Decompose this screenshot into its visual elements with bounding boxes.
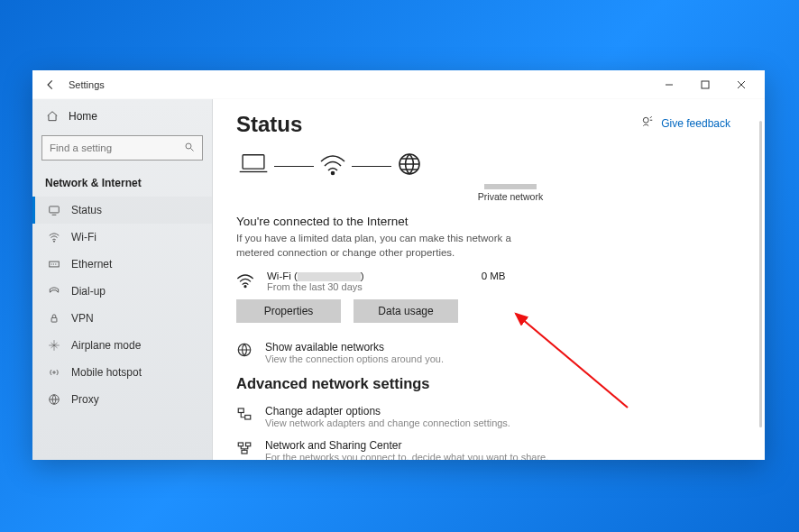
titlebar: Settings xyxy=(32,70,765,99)
change-adapter-options-link[interactable]: Change adapter options View network adap… xyxy=(236,405,720,428)
back-button[interactable] xyxy=(38,78,63,91)
content-area: Give feedback Status xyxy=(213,99,765,460)
sidebar-group-header: Network & Internet xyxy=(32,171,212,197)
private-network-label: Private network xyxy=(301,184,720,202)
properties-button[interactable]: Properties xyxy=(236,299,341,323)
svg-point-15 xyxy=(244,286,246,288)
laptop-icon xyxy=(238,151,269,180)
svg-line-3 xyxy=(191,149,194,151)
data-usage-button[interactable]: Data usage xyxy=(354,299,458,323)
svg-rect-18 xyxy=(245,416,251,420)
minimize-button[interactable] xyxy=(651,70,687,99)
home-label: Home xyxy=(69,110,97,123)
svg-point-9 xyxy=(53,371,55,373)
svg-point-6 xyxy=(53,241,54,242)
sidebar-item-label: Proxy xyxy=(71,393,99,406)
link-description: View the connection options around you. xyxy=(265,353,444,364)
sidebar-item-label: Airplane mode xyxy=(71,339,141,352)
adapter-icon xyxy=(236,405,254,428)
dialup-icon xyxy=(46,285,62,298)
globe-icon xyxy=(397,151,422,180)
hotspot-icon xyxy=(46,366,62,379)
sidebar-item-hotspot[interactable]: Mobile hotspot xyxy=(32,359,212,386)
link-description: View network adapters and change connect… xyxy=(265,417,510,428)
wifi-name-suffix: ) xyxy=(361,271,364,281)
show-available-networks-link[interactable]: Show available networks View the connect… xyxy=(236,341,720,364)
sidebar-item-label: Ethernet xyxy=(71,258,112,271)
wifi-name-prefix: Wi-Fi ( xyxy=(267,271,298,281)
sidebar-item-ethernet[interactable]: Ethernet xyxy=(32,251,212,278)
svg-rect-8 xyxy=(51,317,57,322)
link-title: Show available networks xyxy=(265,341,444,353)
wifi-icon xyxy=(236,271,258,292)
sidebar-item-label: Dial-up xyxy=(71,285,106,298)
sidebar-item-label: Status xyxy=(71,204,102,216)
sharing-icon xyxy=(236,439,254,460)
svg-point-13 xyxy=(332,172,335,175)
globe-icon xyxy=(46,393,62,406)
wifi-ssid-redacted xyxy=(298,272,361,281)
home-button[interactable]: Home xyxy=(32,105,212,128)
wifi-icon xyxy=(46,231,62,243)
svg-rect-20 xyxy=(246,443,251,446)
svg-point-2 xyxy=(186,143,191,149)
search-icon xyxy=(184,142,195,154)
window-title: Settings xyxy=(69,79,105,90)
wifi-usage-amount: 0 MB xyxy=(482,271,506,281)
svg-rect-19 xyxy=(238,443,243,446)
close-button[interactable] xyxy=(723,70,759,99)
link-title: Network and Sharing Center xyxy=(265,439,548,452)
connection-line xyxy=(352,166,391,167)
connection-line xyxy=(274,166,314,167)
svg-rect-4 xyxy=(50,206,60,213)
link-description: For the networks you connect to, decide … xyxy=(265,452,548,460)
sidebar-item-label: Wi-Fi xyxy=(71,231,96,243)
connected-heading: You're connected to the Internet xyxy=(236,215,720,228)
svg-rect-1 xyxy=(702,81,709,88)
connected-description: If you have a limited data plan, you can… xyxy=(236,232,525,260)
sidebar-item-label: VPN xyxy=(71,312,94,325)
page-title: Status xyxy=(236,112,720,137)
sidebar-item-wifi[interactable]: Wi-Fi xyxy=(32,224,212,251)
maximize-button[interactable] xyxy=(687,70,723,99)
wifi-usage-row: Wi-Fi () From the last 30 days 0 MB xyxy=(236,271,720,292)
sidebar-item-airplane[interactable]: Airplane mode xyxy=(32,332,212,359)
globe-icon xyxy=(236,341,254,364)
wifi-signal-icon xyxy=(319,152,346,179)
network-sharing-center-link[interactable]: Network and Sharing Center For the netwo… xyxy=(236,439,720,460)
advanced-settings-heading: Advanced network settings xyxy=(236,375,720,392)
search-input[interactable]: Find a setting xyxy=(41,135,203,161)
sidebar-item-label: Mobile hotspot xyxy=(71,366,142,379)
vpn-icon xyxy=(46,312,62,325)
svg-rect-17 xyxy=(238,408,243,413)
sidebar-item-status[interactable]: Status xyxy=(32,197,212,224)
svg-rect-12 xyxy=(243,155,264,169)
search-placeholder: Find a setting xyxy=(50,142,112,153)
network-diagram xyxy=(238,151,720,180)
settings-window: Settings Home Find a setting Network & I… xyxy=(32,70,765,460)
sidebar-item-vpn[interactable]: VPN xyxy=(32,305,212,332)
sidebar: Home Find a setting Network & Internet S… xyxy=(32,99,213,460)
svg-rect-21 xyxy=(242,450,247,454)
wifi-usage-period: From the last 30 days xyxy=(267,281,364,292)
sidebar-item-proxy[interactable]: Proxy xyxy=(32,386,212,413)
ethernet-icon xyxy=(46,258,62,271)
link-title: Change adapter options xyxy=(265,405,510,417)
scrollbar[interactable] xyxy=(759,121,762,427)
home-icon xyxy=(45,110,60,123)
status-icon xyxy=(46,204,62,216)
airplane-icon xyxy=(46,339,62,352)
sidebar-item-dialup[interactable]: Dial-up xyxy=(32,278,212,305)
